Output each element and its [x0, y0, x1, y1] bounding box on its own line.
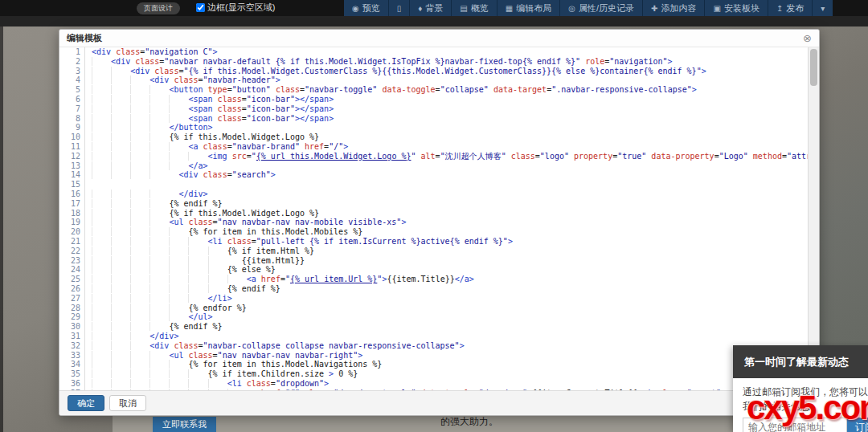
code-line[interactable]: {{item.Html}} [92, 256, 819, 266]
code-line[interactable]: <a class="navbar-brand" href="/"> [92, 142, 819, 152]
modal-header: 编辑模板 ⊗ [59, 30, 819, 47]
code-line[interactable]: <div class="navbar navbar-default {% if … [92, 57, 819, 67]
code-line[interactable]: <button type="button" class="navbar-togg… [92, 85, 819, 95]
code-line[interactable]: <li class="dropdown"> [92, 379, 819, 389]
droplet-icon: ♦ [418, 4, 422, 13]
scrollbar-thumb[interactable] [810, 49, 817, 86]
toolbar-button-background[interactable]: ♦背景 [409, 0, 451, 16]
list-icon: ▤ [460, 4, 467, 13]
border-checkbox[interactable] [196, 3, 205, 12]
code-line[interactable]: {% for item in this.Model.Mobiles %} [92, 227, 819, 237]
toolbar-button-label: 编辑布局 [516, 2, 551, 14]
code-line[interactable]: <span class="icon-bar"></span> [92, 104, 819, 114]
code-line[interactable]: <ul class="nav navbar-nav navbar-right"> [92, 351, 819, 361]
page-partial-text: 的强大助力。 [440, 415, 498, 429]
line-number: 5 [59, 85, 80, 95]
plus-icon: ✚ [651, 4, 657, 13]
toolbar-buttons: ◉预览▯♦背景▤概览▦编辑布局◎属性/历史记录✚添加内容▣安装板块↥发布▾ [344, 0, 833, 16]
cancel-button[interactable]: 取消 [109, 395, 146, 411]
code-area[interactable]: <div class="navigation C"> <div class="n… [85, 47, 819, 390]
toolbar-button-mobile-view[interactable]: ▯ [388, 0, 410, 16]
toolbar-button-install-blocks[interactable]: ▣安装板块 [704, 0, 767, 16]
toolbar-button-label: 概览 [471, 2, 489, 14]
code-line[interactable]: <div class="navigation C"> [92, 47, 819, 57]
line-number: 26 [59, 284, 80, 294]
toolbar-button-preview[interactable]: ◉预览 [344, 0, 388, 16]
target-icon: ◎ [568, 4, 575, 13]
line-number: 30 [59, 322, 80, 332]
code-line[interactable]: {% if item.Children.size > 0 %} [92, 369, 819, 379]
code-line[interactable]: <div class="{% if this.Model.Widget.Cust… [92, 67, 819, 76]
code-line[interactable]: {% endif %} [92, 199, 819, 209]
line-number: 6 [59, 95, 80, 104]
line-number: 4 [59, 75, 80, 85]
line-number: 33 [59, 351, 80, 361]
line-number: 32 [59, 341, 80, 351]
toolbar-button-overview[interactable]: ▤概览 [451, 0, 496, 16]
code-line[interactable]: {% else %} [92, 265, 819, 275]
line-number: 37 [59, 389, 80, 390]
line-number: 15 [59, 180, 80, 190]
code-line[interactable]: <a href="{% url item.Url %}">{{item.Titl… [92, 275, 819, 284]
line-number: 3 [59, 67, 80, 76]
line-number: 20 [59, 227, 80, 237]
toolbar-button-more[interactable]: ▾ [812, 0, 833, 16]
editor-scrollbar[interactable] [808, 47, 819, 390]
code-line[interactable]: </div> [92, 332, 819, 341]
toolbar-button-properties-history[interactable]: ◎属性/历史记录 [559, 0, 642, 16]
code-line[interactable]: {% endfor %} [92, 304, 819, 313]
toolbar-button-edit-layout[interactable]: ▦编辑布局 [497, 0, 559, 16]
code-line[interactable]: </li> [92, 294, 819, 304]
line-number: 27 [59, 294, 80, 304]
code-line[interactable]: </div> [92, 190, 819, 199]
ok-button[interactable]: 确定 [68, 395, 104, 411]
line-number: 21 [59, 237, 80, 247]
line-number: 1 [59, 47, 80, 57]
top-toolbar: 页面设计 边框(显示空区域) ◉预览▯♦背景▤概览▦编辑布局◎属性/历史记录✚添… [0, 0, 868, 16]
toolbar-button-label: 发布 [786, 2, 804, 14]
code-line[interactable]: {% if this.Model.Widget.Logo %} [92, 209, 819, 218]
code-line[interactable]: <ul class="nav navbar-nav nav-mobile vis… [92, 218, 819, 227]
watermark: cxy5.com [747, 389, 868, 427]
border-checkbox-row[interactable]: 边框(显示空区域) [196, 2, 275, 14]
toolbar-button-label: 预览 [362, 2, 380, 14]
code-line[interactable]: <span class="icon-bar"></span> [92, 114, 819, 124]
code-line[interactable]: <span class="icon-bar"></span> [92, 95, 819, 104]
line-number: 2 [59, 57, 80, 67]
code-line[interactable]: <li class="pull-left {% if item.IsCurren… [92, 237, 819, 247]
toolbar-button-add-content[interactable]: ✚添加内容 [642, 0, 704, 16]
code-line[interactable]: {% if item.Html %} [92, 247, 819, 256]
line-number: 13 [59, 161, 80, 171]
line-number: 14 [59, 170, 80, 180]
toolbar-button-publish[interactable]: ↥发布 [768, 0, 812, 16]
code-line[interactable]: <div class="navbar-header"> [92, 75, 819, 85]
line-number: 17 [59, 199, 80, 209]
code-line[interactable]: {% endif %} [92, 284, 819, 294]
code-line[interactable]: </ul> [92, 312, 819, 322]
code-line[interactable]: </a> [92, 161, 819, 171]
modal-title: 编辑模板 [67, 32, 102, 44]
close-icon[interactable]: ⊗ [803, 33, 812, 43]
contact-button[interactable]: 立即联系我 [153, 417, 216, 432]
code-line[interactable] [92, 180, 819, 190]
code-line[interactable]: {% endif %} [92, 322, 819, 332]
page-design-badge[interactable]: 页面设计 [137, 2, 180, 14]
code-line[interactable]: {% if this.Model.Widget.Logo %} [92, 132, 819, 142]
code-line[interactable]: <div class="search"> [92, 170, 819, 180]
code-line[interactable]: <div class="navbar-collapse collapse nav… [92, 341, 819, 351]
code-line[interactable]: {% for item in this.Model.Navigations %} [92, 360, 819, 369]
line-number: 25 [59, 275, 80, 284]
border-checkbox-label: 边框(显示空区域) [207, 2, 275, 14]
code-line[interactable]: <a href="#" class="dropdown-toggle" data… [92, 389, 819, 390]
toolbar-button-label: 背景 [425, 2, 443, 14]
line-number: 22 [59, 247, 80, 256]
code-line[interactable]: <img src="{% url this.Model.Widget.Logo … [92, 152, 819, 161]
line-number: 31 [59, 332, 80, 341]
code-line[interactable]: </button> [92, 123, 819, 132]
line-number: 12 [59, 152, 80, 161]
page-left-edge [0, 26, 3, 432]
toolbar-button-label: 添加内容 [661, 2, 696, 14]
code-editor[interactable]: 1234567891011121314151617181920212223242… [59, 47, 819, 390]
modal-footer: 确定 取消 [59, 390, 819, 415]
line-number: 35 [59, 369, 80, 379]
